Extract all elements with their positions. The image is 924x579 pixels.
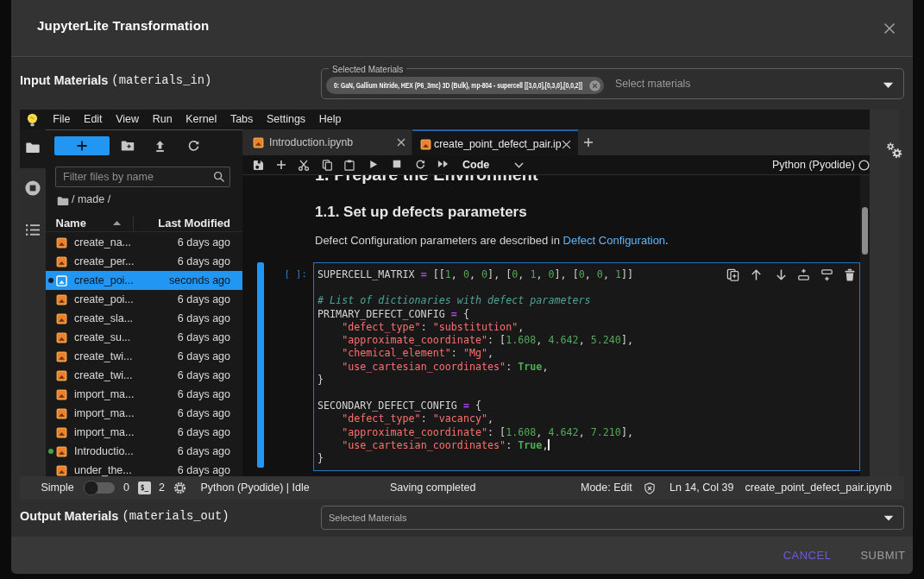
refresh-icon[interactable] [187,140,200,153]
add-cell-icon[interactable] [276,160,286,170]
move-cell-down-icon[interactable] [775,268,788,281]
new-folder-icon[interactable] [121,140,135,152]
kernel-name[interactable]: Python (Pyodide) [772,155,855,174]
delete-cell-icon[interactable] [844,268,856,281]
cell-type-caret-icon[interactable] [514,162,524,168]
file-row[interactable]: create_twi...6 days ago [46,366,242,385]
file-row[interactable]: create_poi...6 days ago [46,290,242,309]
code-line: "chemical_element": "Mg", [317,347,859,360]
file-row[interactable]: create_su...6 days ago [46,328,242,347]
table-of-contents-icon[interactable] [25,223,41,236]
file-row[interactable]: create_twi...6 days ago [46,347,242,366]
file-name: Introductio... [74,442,134,461]
menu-item[interactable]: Run [146,110,179,129]
menu-item[interactable]: Tabs [223,110,260,129]
code-token: : [506,361,518,373]
code-token: SECONDARY_DEFECT_CONFIG [317,400,457,412]
insert-cell-above-icon[interactable] [797,268,810,281]
menu-item[interactable]: View [109,110,145,129]
menu-item[interactable]: File [47,110,78,129]
output-materials-select[interactable] [321,506,904,530]
file-row[interactable]: create_per...6 days ago [46,252,242,271]
restart-icon[interactable] [415,160,425,170]
code-line: # List of dictionaries with defect param… [317,294,859,307]
code-token: 1 [445,268,451,280]
cursor-position[interactable]: Ln 14, Col 39 [669,476,733,500]
trust-shield-icon[interactable] [644,482,656,494]
cut-icon[interactable] [298,160,310,171]
code-editor[interactable]: SUPERCELL_MATRIX = [[1, 0, 0], [0, 1, 0]… [317,268,859,465]
kernel-chip-icon [173,481,186,494]
tab-create-point-defect-pair[interactable]: create_point_defect_pair.ipynb [412,129,578,155]
file-name: create_su... [74,328,130,347]
kernel-status-icon[interactable] [858,160,870,171]
code-token: ], [ [487,268,512,280]
folder-icon[interactable] [26,142,41,154]
file-row[interactable]: import_ma...6 days ago [46,385,242,404]
scrollbar-thumb[interactable] [862,207,868,255]
code-token: "substitution" [433,321,519,333]
notebook-file-icon [56,332,67,343]
chip-delete-icon[interactable] [589,80,600,91]
save-icon[interactable] [253,160,264,171]
listing-header[interactable]: Name Last Modified [46,214,242,232]
new-launcher-button[interactable] [54,136,110,155]
close-icon[interactable] [882,21,897,36]
file-row[interactable]: create_poi...seconds ago [46,271,242,290]
file-row[interactable]: import_ma...6 days ago [46,404,242,423]
tab-title[interactable]: Introduction.ipynb [269,129,394,155]
column-name[interactable]: Name [56,214,86,232]
notebook-file-icon [56,427,67,438]
dropdown-caret-icon[interactable] [883,82,894,89]
submit-button[interactable]: SUBMIT [850,537,916,574]
menu-item[interactable]: Edit [77,110,109,129]
file-row[interactable]: under_the...6 days ago [46,461,242,477]
insert-cell-below-icon[interactable] [820,268,833,281]
file-row[interactable]: create_na...6 days ago [46,233,242,252]
code-token: "chemical_element" [342,347,451,359]
cancel-button[interactable]: CANCEL [773,537,841,574]
copy-icon[interactable] [322,160,333,171]
defect-configuration-link[interactable]: Defect Configuration [563,234,666,247]
code-token: 4.642 [548,426,578,438]
cell-collapser[interactable] [257,262,264,468]
move-cell-up-icon[interactable] [750,268,763,281]
breadcrumb-folder-icon[interactable] [57,196,69,206]
code-cell[interactable]: SUPERCELL_MATRIX = [[1, 0, 0], [0, 1, 0]… [313,262,860,471]
tab-close-icon[interactable] [397,138,405,147]
menu-item[interactable]: Kernel [179,110,223,129]
duplicate-cell-icon[interactable] [726,268,739,281]
upload-icon[interactable] [154,140,167,153]
notebook-scrollbar[interactable] [860,175,870,476]
code-line: "use_cartesian_coordinates": True, [317,439,859,452]
tab-introduction[interactable]: Introduction.ipynb [242,129,412,155]
material-chip[interactable]: 0: GaN, Gallium Nitride, HEX (P6_3mc) 3D… [326,77,604,94]
code-token: : [421,321,433,333]
dropdown-caret-icon[interactable] [883,515,894,521]
file-row[interactable]: import_ma...6 days ago [46,423,242,442]
sort-caret-icon [113,221,121,225]
terminals-count: 0 [123,476,129,500]
fast-forward-icon[interactable] [437,160,449,168]
code-token: 0 [549,268,555,280]
add-tab-icon[interactable] [583,137,594,148]
file-modified: 6 days ago [178,290,230,309]
tab-close-icon[interactable] [562,140,571,149]
settings-gears-icon[interactable] [885,142,904,160]
stop-icon[interactable] [393,160,401,168]
toggle-knob[interactable] [84,481,98,495]
file-row[interactable]: create_sla...6 days ago [46,309,242,328]
kernel-status-text[interactable]: Python (Pyodide) | Idle [201,476,310,500]
tab-title[interactable]: create_point_defect_pair.ipynb [434,131,562,157]
file-row[interactable]: Introductio...6 days ago [46,442,242,461]
breadcrumb[interactable]: / made / [72,194,110,205]
running-sessions-icon[interactable] [24,179,41,197]
code-token: "defect_type" [342,412,420,425]
cell-type-select[interactable]: Code [462,155,489,174]
run-icon[interactable] [369,160,378,169]
menu-item[interactable]: Help [312,110,348,129]
paste-icon[interactable] [344,160,355,171]
column-modified[interactable]: Last Modified [133,214,230,232]
terminal-icon: $_ [138,481,151,494]
menu-item[interactable]: Settings [260,110,312,129]
